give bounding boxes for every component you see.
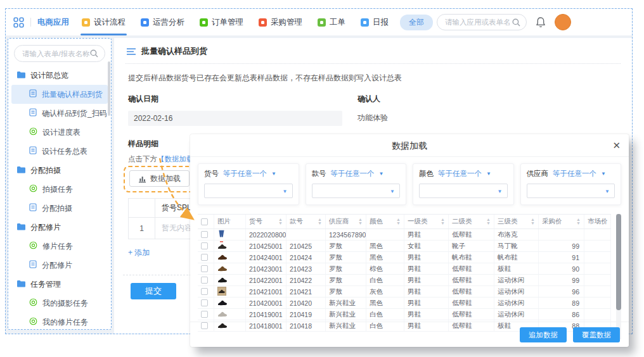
table-row[interactable]: 210423001210423罗敖棕色男鞋低帮鞋板鞋90 bbox=[198, 263, 611, 275]
nav-tab[interactable]: 运营分析 bbox=[141, 9, 184, 35]
column-header[interactable]: 款号▲▼ bbox=[287, 215, 326, 229]
row-checkbox[interactable] bbox=[201, 265, 208, 272]
sort-icon[interactable]: ▲▼ bbox=[608, 218, 612, 225]
sort-icon[interactable]: ▲▼ bbox=[574, 218, 581, 225]
filter-select[interactable]: ▼ bbox=[527, 184, 615, 198]
category2-cell: 低帮鞋 bbox=[449, 275, 494, 285]
column-header[interactable]: 二级类▲▼ bbox=[449, 215, 494, 229]
nav-tab[interactable]: 采购管理 bbox=[259, 9, 302, 35]
column-header[interactable]: 供应商▲▼ bbox=[326, 215, 366, 229]
sidebar-item[interactable]: 拍摄任务 bbox=[11, 180, 108, 199]
category2-cell: 低帮鞋 bbox=[449, 286, 494, 297]
nav-tab[interactable]: 订单管理 bbox=[200, 9, 243, 35]
sort-icon[interactable]: ▲▼ bbox=[484, 218, 491, 225]
sidebar-item[interactable]: 我的修片任务 bbox=[11, 313, 108, 330]
sidebar-group[interactable]: 分配修片 bbox=[8, 218, 111, 237]
topbar-right bbox=[437, 14, 624, 30]
filter-operator[interactable]: 等于任意一个 bbox=[438, 169, 482, 178]
confirmer-label: 确认人 bbox=[357, 94, 388, 104]
add-row-link[interactable]: + 添加 bbox=[128, 247, 150, 258]
form-menu-icon[interactable] bbox=[127, 48, 136, 55]
sidebar-group[interactable]: 分配拍摄 bbox=[8, 161, 111, 180]
sidebar-item[interactable]: 确认样品到货_扫码 bbox=[11, 104, 108, 123]
filter-operator[interactable]: 等于任意一个 bbox=[223, 169, 267, 178]
submit-button[interactable]: 提交 bbox=[131, 283, 176, 299]
filter-select[interactable]: ▼ bbox=[419, 184, 508, 198]
ecommerce-apps-link[interactable]: 电商应用 bbox=[37, 17, 69, 28]
sort-icon[interactable]: ▲▼ bbox=[394, 218, 401, 225]
sidebar-item[interactable]: 设计进度表 bbox=[11, 123, 108, 142]
row-checkbox[interactable] bbox=[201, 288, 208, 295]
table-row[interactable]: 210422001210422罗敖白色男鞋低帮鞋运动休闲99 bbox=[198, 275, 611, 286]
table-scrollbar[interactable] bbox=[616, 214, 621, 339]
table-row[interactable]: 210424001210424罗敖黑色男鞋帆布鞋帆布鞋91 bbox=[198, 252, 611, 263]
product-thumbnail bbox=[217, 253, 228, 262]
nav-tab[interactable]: 日报 bbox=[361, 9, 389, 35]
nav-tab[interactable]: 设计流程 bbox=[82, 9, 126, 35]
close-icon[interactable]: ✕ bbox=[612, 134, 621, 157]
sidebar-item-label: 修片任务 bbox=[42, 241, 73, 252]
row-checkbox[interactable] bbox=[201, 299, 208, 306]
scrollbar-thumb[interactable] bbox=[616, 214, 621, 310]
row-checkbox[interactable] bbox=[201, 277, 208, 284]
form-search-input[interactable] bbox=[22, 46, 91, 61]
all-apps-badge[interactable]: 全部 bbox=[400, 15, 433, 30]
column-header[interactable]: 货号▲▼ bbox=[246, 215, 287, 229]
search-icon[interactable] bbox=[512, 18, 520, 27]
filter-box: 颜色等于任意一个▼▼ bbox=[413, 163, 514, 205]
color-cell: 灰色 bbox=[366, 286, 404, 297]
row-checkbox[interactable] bbox=[201, 242, 208, 249]
filter-operator[interactable]: 等于任意一个 bbox=[331, 169, 375, 178]
category3-cell: 运动休闲 bbox=[494, 309, 539, 320]
row-checkbox-cell bbox=[198, 298, 214, 308]
sort-icon[interactable]: ▲▼ bbox=[529, 218, 535, 225]
select-all-checkbox[interactable] bbox=[201, 218, 208, 225]
app-launcher-icon[interactable] bbox=[13, 17, 24, 28]
category1-cell: 男鞋 bbox=[404, 252, 449, 263]
table-row[interactable]: 210420001210420新兴鞋业黑色男鞋低帮鞋运动休闲89 bbox=[198, 298, 611, 309]
sidebar-group[interactable]: 任务管理 bbox=[8, 275, 111, 294]
table-row[interactable]: 210421001210421罗敖灰色男鞋低帮鞋运动休闲96 bbox=[198, 286, 611, 298]
append-data-button[interactable]: 追加数据 bbox=[520, 327, 567, 342]
sort-icon[interactable]: ▲▼ bbox=[356, 218, 363, 225]
table-row[interactable]: 202202080011234567890男鞋低帮鞋布洛克 bbox=[198, 229, 611, 241]
sidebar-item[interactable]: 分配修片 bbox=[11, 256, 108, 275]
sidebar-item[interactable]: 修片任务 bbox=[11, 237, 108, 256]
sidebar-item[interactable]: 设计任务总表 bbox=[11, 142, 108, 161]
sidebar-item[interactable]: 我的摄影任务 bbox=[11, 294, 108, 313]
sidebar-scrollbar[interactable] bbox=[108, 61, 110, 116]
sort-icon[interactable]: ▲▼ bbox=[276, 218, 283, 225]
table-row[interactable]: 210425001210425罗敖黑色女鞋靴子马丁靴99 bbox=[198, 241, 611, 252]
column-header[interactable]: 颜色▲▼ bbox=[366, 215, 404, 229]
nav-tab-icon bbox=[259, 18, 267, 27]
nav-tab-icon bbox=[82, 18, 90, 27]
sidebar-item[interactable]: 批量确认样品到货 bbox=[11, 85, 108, 104]
sidebar-group[interactable]: 设计部总览 bbox=[8, 66, 111, 85]
overwrite-data-button[interactable]: 覆盖数据 bbox=[573, 327, 620, 342]
filter-select[interactable]: ▼ bbox=[204, 184, 293, 198]
nav-tab[interactable]: 工单 bbox=[318, 9, 345, 35]
sort-icon[interactable]: ▲▼ bbox=[316, 218, 322, 225]
column-header[interactable]: 一级类▲▼ bbox=[404, 215, 449, 229]
user-avatar[interactable] bbox=[555, 14, 571, 30]
sort-icon[interactable]: ▲▼ bbox=[439, 218, 445, 225]
product-thumbnail bbox=[217, 264, 228, 273]
table-row[interactable]: 210419001210419新兴鞋业白色男鞋低帮鞋运动休闲86 bbox=[198, 309, 611, 320]
filter-operator[interactable]: 等于任意一个 bbox=[553, 169, 596, 178]
confirm-date-field[interactable]: 2022-02-16 bbox=[128, 111, 342, 126]
data-load-button[interactable]: 数据加载 bbox=[129, 170, 190, 187]
search-icon[interactable] bbox=[90, 49, 98, 58]
app-search bbox=[437, 14, 527, 30]
row-checkbox[interactable] bbox=[201, 254, 208, 261]
row-checkbox[interactable] bbox=[201, 311, 208, 318]
column-header[interactable]: 三级类▲▼ bbox=[494, 215, 539, 229]
row-checkbox[interactable] bbox=[201, 231, 208, 238]
category2-cell: 低帮鞋 bbox=[449, 298, 494, 308]
filter-select[interactable]: ▼ bbox=[312, 184, 401, 198]
sidebar-item[interactable]: 分配拍摄 bbox=[11, 199, 108, 218]
app-search-input[interactable] bbox=[445, 15, 510, 30]
column-header[interactable]: 市场价▲▼ bbox=[584, 215, 611, 229]
notifications-bell-icon[interactable] bbox=[536, 16, 546, 28]
sidebar-group-label: 设计部总览 bbox=[30, 70, 68, 81]
column-header[interactable]: 采购价▲▼ bbox=[539, 215, 584, 229]
